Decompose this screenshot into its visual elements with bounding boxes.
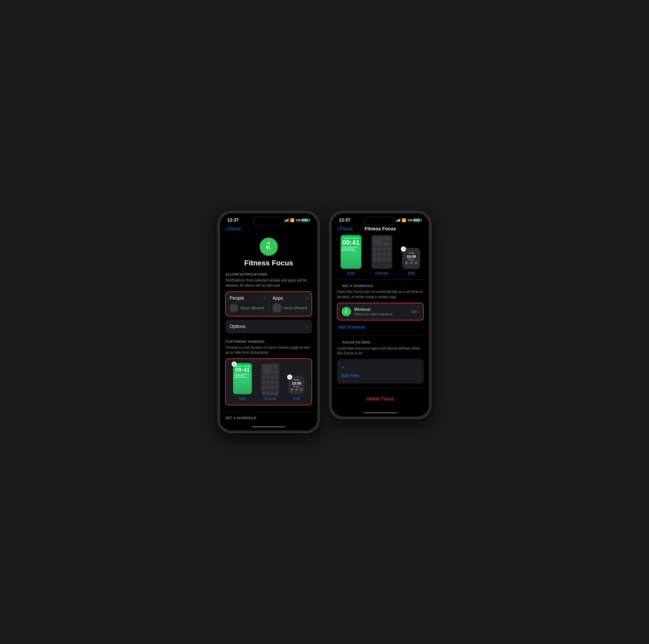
schedule-description: Have this Focus turn on automatically at… xyxy=(337,289,424,299)
workout-row[interactable]: Workout When you start a workout On › xyxy=(337,303,424,320)
wifi-icon-right: 📶 xyxy=(402,218,406,222)
watch-preview-right: Fri 22 10:09 66 bpm 22 ☀ 22 xyxy=(402,248,420,269)
add-filter-label[interactable]: Add Filter xyxy=(341,373,360,378)
home-screen-choose-btn-right[interactable]: Choose xyxy=(375,271,389,275)
fitness-icon xyxy=(260,238,278,256)
watch-time-right: 10:09 xyxy=(406,255,416,259)
home-indicator-left xyxy=(252,426,286,427)
signal-icon-left xyxy=(284,219,289,222)
home-screen-item-right: Choose xyxy=(372,235,392,275)
people-cell[interactable]: People › None allowed xyxy=(226,292,269,316)
notifications-grid: People › None allowed Apps › xyxy=(225,291,312,316)
watch-edit-btn[interactable]: Edit xyxy=(293,396,300,401)
lock-screen-item: − Tuesday 9 January 09:41 xyxy=(233,363,252,401)
minus-badge-lock[interactable]: − xyxy=(231,361,237,367)
watch-date-right: Fri 22 xyxy=(409,252,414,254)
status-icons-right: 📶 100 xyxy=(395,218,422,222)
customise-section-label: CUSTOMISE SCREENS xyxy=(220,340,317,344)
home-screen-preview xyxy=(261,363,279,394)
screens-row-right: Tuesday 9 January 09:41 Edit xyxy=(332,235,429,280)
workout-runner-icon xyxy=(343,309,349,314)
watch-edit-btn-right[interactable]: Edit xyxy=(408,271,415,275)
hero-section: Fitness Focus xyxy=(220,235,317,272)
back-label-left: Focus xyxy=(228,226,241,232)
watch-item-right: − Fri 22 10:09 66 bpm 22 ☀ 22 Edi xyxy=(402,248,420,275)
options-row[interactable]: Options › xyxy=(225,320,312,334)
lock-screen-thumb-right: Tuesday 9 January 09:41 xyxy=(341,235,361,269)
people-avatar xyxy=(229,304,238,312)
battery-icon-left: 100 xyxy=(296,219,310,222)
watch-time: 10:09 xyxy=(292,381,301,385)
people-label: People xyxy=(229,296,244,301)
focus-filters-section: FOCUS FILTERS Customise how your apps an… xyxy=(332,335,429,384)
focus-filters-label: FOCUS FILTERS xyxy=(337,340,424,344)
lock-screen-thumbnail: − Tuesday 9 January 09:41 xyxy=(233,363,252,394)
screens-grid-wrapper: − Tuesday 9 January 09:41 xyxy=(225,358,312,405)
delete-focus-container[interactable]: Delete Focus xyxy=(332,388,429,410)
back-nav-left[interactable]: ‹ Focus xyxy=(220,225,317,235)
svg-point-0 xyxy=(268,242,270,244)
people-placeholder: None allowed xyxy=(229,304,265,312)
back-chevron-left: ‹ xyxy=(225,226,227,232)
add-schedule-btn[interactable]: Add Schedule xyxy=(338,324,424,331)
options-chevron-icon: › xyxy=(307,324,308,329)
lock-screen-preview: Tuesday 9 January 09:41 xyxy=(233,363,252,394)
notifications-section-label: ALLOW NOTIFICATIONS xyxy=(220,272,317,276)
watch-item: − Fri 22 10:09 66 bpm 22 ☀ 22 xyxy=(289,376,304,401)
thumb-time-right: 09:41 xyxy=(342,239,359,246)
watch-thumbnail: − Fri 22 10:09 66 bpm 22 ☀ 22 xyxy=(289,376,304,394)
apps-placeholder: None allowed xyxy=(272,304,308,312)
apps-label: Apps xyxy=(272,296,283,301)
apps-chevron-icon: › xyxy=(307,296,308,300)
allow-notifications-section: ALLOW NOTIFICATIONS Notifications from s… xyxy=(220,272,317,333)
workout-chevron-icon: › xyxy=(418,309,419,314)
notifications-description: Notifications from selected people and a… xyxy=(220,278,317,288)
home-screen-item: Choose xyxy=(261,363,279,401)
workout-title: Workout xyxy=(354,307,408,312)
watch-thumb-right: − Fri 22 10:09 66 bpm 22 ☀ 22 xyxy=(402,248,420,269)
workout-icon xyxy=(342,307,351,316)
svg-point-1 xyxy=(346,309,347,310)
workout-info: Workout When you start a workout xyxy=(354,307,408,316)
watch-date: Fri 22 xyxy=(294,379,299,381)
home-screen-preview-right xyxy=(372,235,392,269)
workout-on-label: On xyxy=(412,309,417,314)
wifi-icon-left: 📶 xyxy=(290,218,294,222)
main-container: 12:37 📶 100 xyxy=(218,211,431,432)
battery-icon-right: 100 xyxy=(407,219,422,222)
options-label: Options xyxy=(229,324,246,329)
set-schedule-label: SET A SCHEDULE xyxy=(225,416,312,420)
home-screen-choose-btn[interactable]: Choose xyxy=(263,396,277,401)
screens-grid: − Tuesday 9 January 09:41 xyxy=(230,363,307,401)
phone-right-screen: 12:37 📶 100 xyxy=(332,213,429,416)
nav-bar-right: ‹ Focus Fitness Focus xyxy=(332,225,429,235)
thumb-time: 09:41 xyxy=(235,367,250,373)
back-nav-right[interactable]: ‹ Focus xyxy=(337,226,352,232)
phone-left-screen: 12:37 📶 100 xyxy=(220,213,317,430)
add-filter-card[interactable]: + Add Filter xyxy=(337,359,424,384)
lock-screen-edit-btn-right[interactable]: Edit xyxy=(348,271,354,275)
minus-badge-watch[interactable]: − xyxy=(287,375,292,380)
workout-subtitle: When you start a workout xyxy=(354,312,408,316)
set-schedule-section-label: SET A SCHEDULE xyxy=(337,284,424,288)
signal-icon-right xyxy=(395,219,400,222)
home-screen-thumbnail xyxy=(261,363,279,394)
set-schedule-section: SET A SCHEDULE Have this Focus turn on a… xyxy=(332,280,429,331)
apps-cell[interactable]: Apps › None allowed xyxy=(269,292,312,316)
phone-left: 12:37 📶 100 xyxy=(218,211,319,432)
nav-title-right: Fitness Focus xyxy=(364,226,396,232)
lock-screen-edit-btn[interactable]: Edit xyxy=(239,396,246,401)
workout-status: On › xyxy=(412,309,419,314)
customise-screens-section: CUSTOMISE SCREENS Choose a Lock Screen o… xyxy=(220,340,317,405)
time-right: 12:37 xyxy=(339,218,350,223)
delete-focus-btn[interactable]: Delete Focus xyxy=(337,392,424,406)
runner-icon xyxy=(263,241,274,252)
status-icons-left: 📶 100 xyxy=(284,218,310,222)
apps-icon-placeholder xyxy=(272,304,282,312)
phone-right: 12:37 📶 100 xyxy=(330,211,431,418)
dynamic-island-left xyxy=(253,217,284,225)
lock-screen-item-right: Tuesday 9 January 09:41 Edit xyxy=(341,235,361,275)
back-chevron-right: ‹ xyxy=(337,226,339,232)
plus-icon: + xyxy=(341,364,345,371)
apps-none-text: None allowed xyxy=(284,306,307,310)
